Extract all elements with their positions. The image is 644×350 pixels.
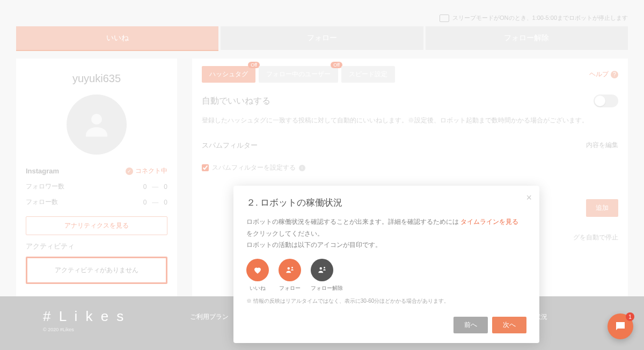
onboarding-popover: × ２. ロボットの稼働状況 ロボットの稼働状況を確認することが出来ます。詳細を…: [233, 186, 539, 343]
notification-badge: 1: [626, 312, 634, 321]
svg-point-2: [291, 267, 293, 268]
icon-item-follow: フォロー: [279, 259, 301, 292]
icon-item-like: いいね: [246, 259, 269, 292]
svg-point-1: [288, 267, 290, 270]
svg-point-3: [320, 267, 323, 270]
prev-button[interactable]: 前へ: [453, 317, 488, 333]
close-icon[interactable]: ×: [526, 192, 532, 203]
timeline-link[interactable]: タイムラインを見る: [460, 218, 518, 225]
heart-icon: [246, 259, 269, 281]
popover-note: ※ 情報の反映はリアルタイムではなく、表示に30-60分ほどかかる場合があります…: [246, 297, 526, 305]
unfollow-icon: [311, 259, 333, 281]
next-button[interactable]: 次へ: [492, 317, 526, 333]
chat-fab[interactable]: 1: [608, 313, 633, 339]
svg-point-4: [324, 267, 325, 268]
follow-icon: [279, 259, 301, 281]
popover-body: ロボットの稼働状況を確認することが出来ます。詳細を確認するためには タイムライン…: [246, 216, 526, 251]
popover-title: ２. ロボットの稼働状況: [246, 196, 526, 209]
icon-item-unfollow: フォロー解除: [311, 259, 343, 292]
